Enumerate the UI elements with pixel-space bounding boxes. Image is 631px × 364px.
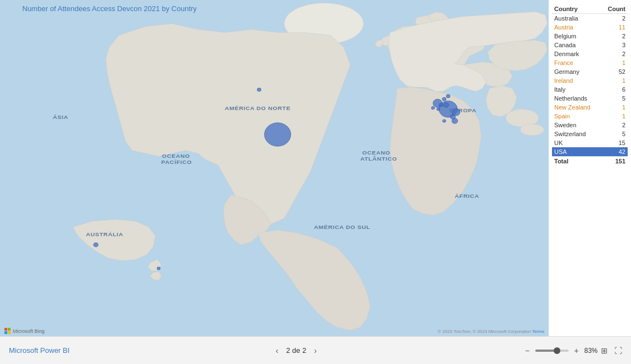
- prev-page-button[interactable]: ‹: [273, 345, 282, 356]
- terms-link[interactable]: Terms: [532, 329, 544, 334]
- svg-point-28: [93, 243, 98, 247]
- country-header: Country: [552, 4, 601, 14]
- svg-point-21: [439, 103, 443, 107]
- svg-text:Atlântico: Atlântico: [360, 155, 397, 161]
- svg-point-20: [450, 114, 456, 119]
- count-cell: 52: [601, 67, 628, 76]
- country-cell: Australia: [552, 14, 601, 23]
- table-row[interactable]: France1: [552, 58, 628, 67]
- svg-text:Oceano: Oceano: [362, 150, 390, 156]
- svg-point-23: [442, 97, 446, 101]
- svg-text:AMÉRICA DO NORTE: AMÉRICA DO NORTE: [225, 105, 290, 111]
- svg-point-19: [443, 103, 449, 107]
- total-label: Total: [552, 157, 601, 166]
- country-cell: Netherlands: [552, 94, 601, 103]
- count-cell: 15: [601, 138, 628, 147]
- country-cell: Sweden: [552, 121, 601, 129]
- country-cell: Ireland: [552, 76, 601, 85]
- count-cell: 1: [601, 76, 628, 85]
- expand-icon[interactable]: ⊞: [601, 346, 608, 355]
- svg-text:AMÉRICA DO SUL: AMÉRICA DO SUL: [314, 223, 370, 230]
- svg-text:ÁSIA: ÁSIA: [53, 114, 68, 120]
- svg-point-27: [257, 88, 261, 91]
- pagination: ‹ 2 de 2 ›: [273, 345, 321, 356]
- data-table: Country Count Australia2Austria11Belgium…: [552, 4, 628, 166]
- table-row[interactable]: Sweden2: [552, 121, 628, 129]
- table-row[interactable]: Spain1: [552, 112, 628, 121]
- count-cell: 2: [601, 49, 628, 58]
- country-cell: Switzerland: [552, 129, 601, 138]
- svg-text:Pacífico: Pacífico: [161, 159, 192, 165]
- count-cell: 2: [601, 32, 628, 41]
- count-cell: 11: [601, 23, 628, 32]
- bottom-icons: ⊞ ⛶: [601, 346, 622, 355]
- bing-text: Microsoft Bing: [13, 328, 45, 334]
- country-cell: Italy: [552, 85, 601, 94]
- count-cell: 1: [601, 112, 628, 121]
- table-row[interactable]: Ireland1: [552, 76, 628, 85]
- count-cell: 3: [601, 41, 628, 49]
- table-row[interactable]: Germany52: [552, 67, 628, 76]
- main-container: Number of Attendees Access Devcon 2021 b…: [0, 0, 631, 364]
- country-cell: Austria: [552, 23, 601, 32]
- svg-text:Oceano: Oceano: [162, 153, 190, 159]
- country-cell: New Zealand: [552, 103, 601, 112]
- zoom-plus-button[interactable]: +: [572, 346, 581, 355]
- zoom-level: 83%: [584, 347, 598, 355]
- svg-point-24: [446, 94, 450, 98]
- table-row[interactable]: Denmark2: [552, 49, 628, 58]
- world-map-svg: ÁSIA EUROPA ÁFRICA AMÉRICA DO NORTE AMÉR…: [0, 0, 549, 336]
- total-count: 151: [601, 157, 628, 166]
- table-row[interactable]: Austria11: [552, 23, 628, 32]
- count-cell: 2: [601, 121, 628, 129]
- count-cell: 42: [601, 147, 628, 157]
- table-row[interactable]: Italy6: [552, 85, 628, 94]
- svg-point-25: [431, 107, 435, 109]
- svg-point-22: [437, 108, 440, 111]
- table-row[interactable]: Belgium2: [552, 32, 628, 41]
- fullscreen-icon[interactable]: ⛶: [614, 346, 622, 355]
- svg-point-26: [442, 119, 446, 122]
- count-cell: 2: [601, 14, 628, 23]
- table-row[interactable]: Australia2: [552, 14, 628, 23]
- content-area: Number of Attendees Access Devcon 2021 b…: [0, 0, 631, 336]
- count-cell: 5: [601, 94, 628, 103]
- next-page-button[interactable]: ›: [310, 345, 320, 356]
- zoom-slider[interactable]: [535, 350, 569, 352]
- table-row[interactable]: USA42: [552, 147, 628, 157]
- bing-logo: Microsoft Bing: [4, 328, 45, 334]
- count-cell: 1: [601, 103, 628, 112]
- table-header-row: Country Count: [552, 4, 628, 14]
- power-bi-link[interactable]: Microsoft Power BI: [9, 346, 70, 355]
- table-row[interactable]: Switzerland5: [552, 129, 628, 138]
- country-cell: France: [552, 58, 601, 67]
- count-cell: 5: [601, 129, 628, 138]
- count-cell: 6: [601, 85, 628, 94]
- chart-title: Number of Attendees Access Devcon 2021 b…: [22, 4, 197, 13]
- svg-text:ÁFRICA: ÁFRICA: [455, 192, 479, 198]
- table-row[interactable]: UK15: [552, 138, 628, 147]
- country-cell: USA: [552, 147, 601, 157]
- page-indicator: 2 de 2: [286, 346, 306, 355]
- country-cell: Canada: [552, 41, 601, 49]
- svg-text:AUSTRÁLIA: AUSTRÁLIA: [86, 231, 123, 237]
- table-row[interactable]: Netherlands5: [552, 94, 628, 103]
- svg-point-3: [520, 124, 544, 136]
- table-row[interactable]: Canada3: [552, 41, 628, 49]
- zoom-minus-button[interactable]: −: [523, 346, 532, 355]
- bottom-bar: Microsoft Power BI ‹ 2 de 2 › − + 83% ⊞ …: [0, 336, 631, 364]
- map-footer-text: © 2023 TomTom, © 2023 Microsoft Corporat…: [438, 329, 544, 334]
- country-cell: Spain: [552, 112, 601, 121]
- svg-point-14: [264, 123, 291, 146]
- country-cell: UK: [552, 138, 601, 147]
- country-cell: Germany: [552, 67, 601, 76]
- count-cell: 1: [601, 58, 628, 67]
- svg-point-29: [157, 267, 160, 270]
- country-cell: Belgium: [552, 32, 601, 41]
- table-section: Country Count Australia2Austria11Belgium…: [549, 0, 631, 336]
- table-row[interactable]: New Zealand1: [552, 103, 628, 112]
- zoom-controls: − + 83% ⊞ ⛶: [523, 346, 622, 355]
- total-row: Total151: [552, 157, 628, 166]
- country-cell: Denmark: [552, 49, 601, 58]
- count-header: Count: [601, 4, 628, 14]
